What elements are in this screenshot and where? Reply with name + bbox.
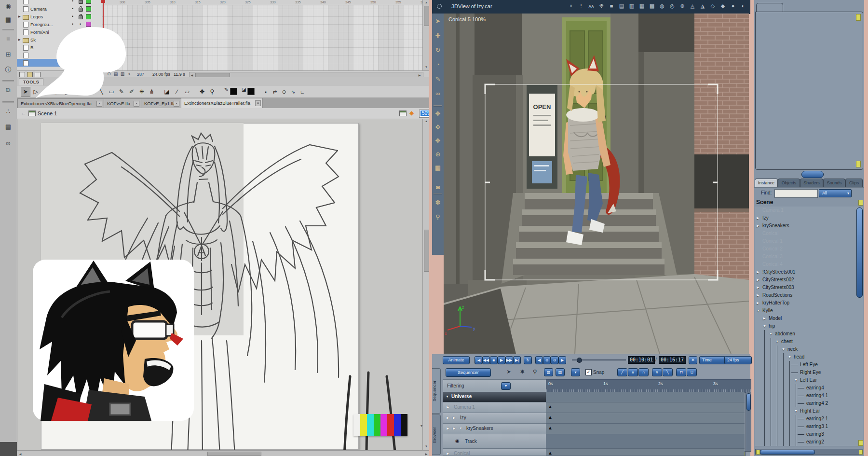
- move-3d-tool-icon[interactable]: ✚: [432, 32, 444, 39]
- translate-y-tool-icon[interactable]: ✥: [432, 124, 444, 131]
- expand-arrow-icon[interactable]: ▼: [794, 378, 798, 382]
- panel-splitter-handle[interactable]: [801, 171, 824, 178]
- expand-tracks-icon[interactable]: ▧: [544, 368, 553, 376]
- scroll-left-icon[interactable]: ◀: [190, 73, 194, 77]
- scene-item-roadsections[interactable]: ▶RoadSections: [755, 291, 863, 300]
- time-ruler[interactable]: 0s1s2s3s: [546, 379, 751, 393]
- close-tab-icon[interactable]: ×: [134, 101, 139, 107]
- align-icon[interactable]: ≡: [3, 36, 14, 42]
- tab-objects[interactable]: Objects: [778, 179, 800, 187]
- expand-arrow-icon[interactable]: ▶: [757, 224, 759, 228]
- scene-item-earring2[interactable]: earring2: [755, 438, 863, 446]
- layout-four-pane-icon[interactable]: ▦: [637, 3, 647, 9]
- smooth-icon[interactable]: ∿: [288, 87, 298, 97]
- globe-preview-icon[interactable]: ◍: [657, 3, 667, 9]
- end-time-display[interactable]: 00:16:17: [659, 356, 686, 364]
- expand-arrow-icon[interactable]: ▼: [763, 324, 766, 328]
- swatches-icon[interactable]: ▦: [3, 16, 14, 23]
- lock-icon[interactable]: [79, 15, 83, 19]
- keyframe-marker[interactable]: ▲: [548, 404, 553, 409]
- scroll-down-icon[interactable]: ▼: [424, 445, 429, 448]
- scene-item-camera-1[interactable]: Camera 1: [755, 207, 863, 215]
- scroll-right-icon[interactable]: ▶: [424, 452, 429, 456]
- delete-key-button[interactable]: ⊖: [551, 356, 558, 364]
- folder-arrow-icon[interactable]: ▶: [18, 14, 21, 18]
- prev-key-button[interactable]: ◀: [535, 356, 543, 364]
- scene-item-chest[interactable]: ▼chest: [755, 338, 863, 346]
- dolly-camera-icon[interactable]: ◮: [698, 3, 707, 9]
- scroll-thumb[interactable]: [424, 230, 429, 272]
- scene-item-conical-2[interactable]: Conical 2: [755, 245, 863, 253]
- bone-tool[interactable]: ⋔: [147, 87, 157, 97]
- expand-arrow-icon[interactable]: ▶: [757, 216, 759, 220]
- edit-symbols-icon[interactable]: ◆: [409, 110, 414, 116]
- rotate-ball-tool-icon[interactable]: ◔: [432, 61, 444, 68]
- track-lane[interactable]: ▲: [546, 413, 745, 424]
- track-arrow-icon[interactable]: ▶: [447, 416, 449, 420]
- scroll-thumb[interactable]: [207, 452, 261, 456]
- track-arrow-icon[interactable]: ▶: [453, 416, 455, 420]
- expand-arrow-icon[interactable]: ▶: [757, 270, 759, 274]
- time-slider-thumb[interactable]: [577, 358, 582, 363]
- scene-item-head[interactable]: ▼head: [755, 353, 863, 361]
- production-frame-icon[interactable]: ❉: [597, 3, 606, 9]
- scene-item-right-eye[interactable]: Right Eye: [755, 369, 863, 377]
- scene-item-earring4-2[interactable]: earring4 2: [755, 400, 863, 408]
- globe-wire-icon[interactable]: ◎: [667, 3, 677, 9]
- new-layer-button[interactable]: [19, 72, 25, 77]
- visibility-dot-icon[interactable]: •: [72, 14, 73, 19]
- scene-item-conical-4[interactable]: Conical 4: [755, 261, 863, 269]
- stop-button[interactable]: ■: [490, 356, 498, 364]
- scene-item-citystreets002[interactable]: ▶CityStreets002: [755, 276, 863, 284]
- magnet-icon[interactable]: ✱: [518, 369, 527, 375]
- collapse-tracks-icon[interactable]: ▨: [556, 368, 565, 376]
- keyframe-marker[interactable]: ▲: [548, 450, 553, 456]
- straighten-icon[interactable]: ∟: [298, 87, 307, 97]
- visibility-dot-icon[interactable]: •: [72, 6, 73, 11]
- track-arrow-icon[interactable]: ▶: [447, 427, 449, 430]
- back-icon[interactable]: ←: [21, 110, 26, 116]
- tween-linear-icon[interactable]: ╱: [617, 368, 627, 376]
- globe-shield-icon[interactable]: ⊛: [678, 3, 687, 9]
- scene-item-hip[interactable]: ▼hip: [755, 322, 863, 331]
- current-time-display[interactable]: 00:10:01: [628, 356, 655, 364]
- scene-item-right-ear[interactable]: ▼Right Ear: [755, 407, 863, 415]
- new-folder-button[interactable]: [27, 72, 33, 77]
- track-lane[interactable]: ▲: [546, 424, 745, 434]
- tween-in-icon[interactable]: ∨: [652, 368, 662, 376]
- scroll-thumb[interactable]: [424, 6, 429, 26]
- scene-item-left-ear[interactable]: ▼Left Ear: [755, 376, 863, 385]
- properties-panel-body[interactable]: [755, 12, 863, 170]
- info-icon[interactable]: ⓘ: [3, 67, 14, 73]
- move-tool-icon[interactable]: ➤: [432, 17, 444, 25]
- textured-mode-icon[interactable]: ◐: [738, 3, 748, 9]
- sequencer-track-row[interactable]: ▼Universe: [443, 392, 546, 402]
- sequencer-track-row[interactable]: ▶▶▼krySneakers: [443, 424, 546, 434]
- scene-item-left-eye[interactable]: Left Eye: [755, 361, 863, 369]
- visibility-dot-icon[interactable]: •: [72, 0, 73, 3]
- scene-item-neck[interactable]: ▼neck: [755, 345, 863, 354]
- color-wheel-icon[interactable]: ◉: [3, 3, 14, 9]
- timeline-layer-row[interactable]: Camera•: [17, 5, 102, 13]
- scene-hierarchy-list[interactable]: Camera 1▶Izy▶krySneakersConicalConical 1…: [755, 207, 863, 446]
- expand-arrow-icon[interactable]: ▼: [757, 309, 760, 312]
- translate-z-tool-icon[interactable]: ✥: [432, 137, 444, 144]
- go-start-button[interactable]: |◀: [475, 356, 482, 364]
- add-key-button[interactable]: ⊕: [543, 356, 551, 364]
- paint-bucket-tool[interactable]: ◪: [162, 87, 172, 97]
- shaded-mode-icon[interactable]: ●: [728, 3, 738, 9]
- scene-name[interactable]: Scene 1: [38, 111, 57, 116]
- time-mode-dropdown[interactable]: Time: [699, 356, 726, 364]
- close-range-button[interactable]: ✕: [689, 356, 697, 364]
- scene-item-kryhaltertop[interactable]: ▶kryHalterTop: [755, 299, 863, 307]
- layout-two-pane-icon[interactable]: ▤: [617, 3, 626, 9]
- lanes-vscrollbar[interactable]: [746, 392, 751, 452]
- frame-rate-value[interactable]: 24.00 fps: [152, 72, 170, 77]
- layout-single-icon[interactable]: ■: [607, 3, 616, 9]
- list-hscrollbar[interactable]: [755, 449, 863, 455]
- link-tool-icon[interactable]: ∞: [432, 90, 444, 97]
- tab-shaders[interactable]: Shaders: [800, 179, 823, 187]
- scene-item-earring2-1[interactable]: earring2 1: [755, 415, 863, 423]
- tab-clips[interactable]: Clips: [845, 179, 863, 187]
- scroll-thumb[interactable]: [195, 73, 230, 77]
